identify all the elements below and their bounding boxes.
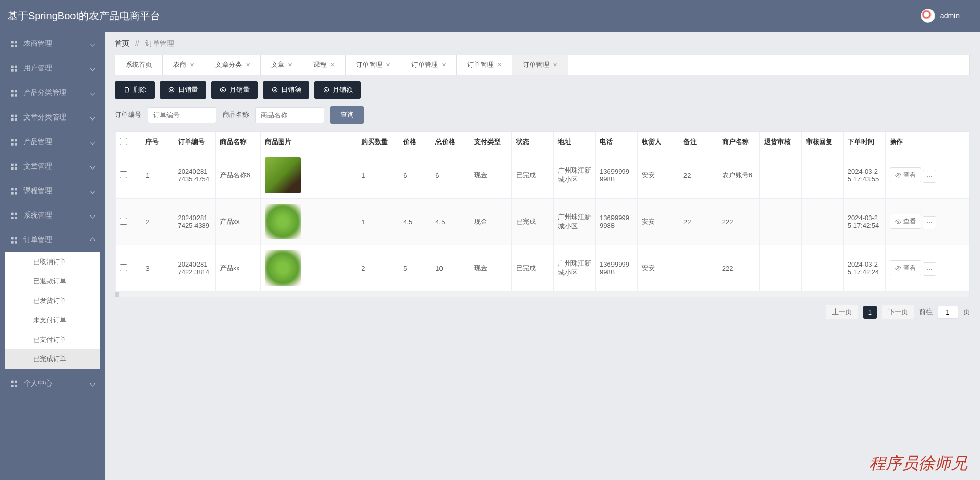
- cell-order-no: 202402817422 3814: [174, 245, 215, 292]
- submenu-item-3[interactable]: 未支付订单: [5, 310, 100, 330]
- tab-label: 订单管理: [356, 60, 382, 69]
- svg-point-50: [897, 267, 899, 269]
- cell-status: 已完成: [512, 199, 554, 245]
- col-header-note[interactable]: 备注: [679, 132, 718, 152]
- col-header-rep[interactable]: 审核回复: [801, 132, 843, 152]
- orders-table: 序号订单编号商品名称商品图片购买数量价格总价格支付类型状态地址电话收货人备注商户…: [115, 132, 969, 292]
- view-button[interactable]: 查看: [890, 167, 921, 182]
- current-page[interactable]: 1: [863, 306, 877, 319]
- more-button[interactable]: ⋯: [923, 170, 936, 183]
- row-checkbox[interactable]: [120, 218, 127, 225]
- sidebar-item-8[interactable]: 订单管理: [0, 228, 105, 252]
- col-header-tel[interactable]: 电话: [596, 132, 638, 152]
- row-checkbox[interactable]: [120, 171, 127, 178]
- col-header-stat[interactable]: 状态: [512, 132, 554, 152]
- tab-5[interactable]: 订单管理✕: [346, 55, 401, 75]
- horizontal-scrollbar[interactable]: [115, 292, 969, 297]
- more-button[interactable]: ⋯: [923, 216, 936, 229]
- sidebar-item-label: 课程管理: [23, 186, 52, 196]
- eye-icon: [895, 172, 901, 178]
- view-button[interactable]: 查看: [890, 214, 921, 229]
- breadcrumb-home[interactable]: 首页: [115, 39, 129, 47]
- select-all-checkbox[interactable]: [120, 138, 127, 145]
- prev-page-button[interactable]: 上一页: [826, 305, 858, 319]
- monthly-sales-button[interactable]: 月销量: [211, 81, 258, 99]
- close-icon[interactable]: ✕: [288, 62, 292, 68]
- chevron-down-icon: [90, 213, 95, 218]
- svg-rect-5: [15, 66, 17, 68]
- col-header-time[interactable]: 下单时间: [843, 132, 885, 152]
- col-header-total[interactable]: 总价格: [431, 132, 470, 152]
- svg-rect-31: [15, 217, 17, 219]
- order-no-input[interactable]: [148, 107, 216, 123]
- tab-3[interactable]: 文章✕: [261, 55, 303, 75]
- product-image: [265, 204, 301, 239]
- cell-phone: 136999999988: [596, 152, 638, 199]
- sidebar-item-9[interactable]: 个人中心: [0, 371, 105, 396]
- cell-ops: 查看 ⋯: [885, 199, 969, 245]
- sort-icon: [531, 138, 535, 147]
- col-header-qty[interactable]: 购买数量: [357, 132, 399, 152]
- close-icon[interactable]: ✕: [190, 62, 194, 68]
- sidebar-item-0[interactable]: 农商管理: [0, 32, 105, 56]
- sort-icon: [792, 138, 796, 147]
- submenu-item-0[interactable]: 已取消订单: [5, 252, 100, 272]
- cell-time: 2024-03-25 17:42:54: [843, 199, 885, 245]
- cell-price: 6: [399, 152, 431, 199]
- tab-7[interactable]: 订单管理✕: [457, 55, 512, 75]
- submenu-item-2[interactable]: 已发货订单: [5, 291, 100, 310]
- close-icon[interactable]: ✕: [246, 62, 250, 68]
- col-header-rec[interactable]: 收货人: [638, 132, 679, 152]
- submenu-item-1[interactable]: 已退款订单: [5, 272, 100, 291]
- col-header-img[interactable]: 商品图片: [260, 132, 357, 152]
- menu-icon: [10, 162, 18, 171]
- sidebar-item-6[interactable]: 课程管理: [0, 179, 105, 203]
- sidebar-item-4[interactable]: 产品管理: [0, 130, 105, 154]
- next-page-button[interactable]: 下一页: [882, 305, 914, 319]
- sidebar-item-5[interactable]: 文章管理: [0, 154, 105, 179]
- close-icon[interactable]: ✕: [497, 62, 502, 68]
- close-icon[interactable]: ✕: [442, 62, 446, 68]
- cell-time: 2024-03-25 17:42:24: [843, 245, 885, 292]
- col-header-pname[interactable]: 商品名称: [215, 132, 260, 152]
- col-header-pay[interactable]: 支付类型: [470, 132, 512, 152]
- user-menu[interactable]: admin: [921, 9, 960, 23]
- cell-address: 广州珠江新城小区: [554, 245, 596, 292]
- tab-2[interactable]: 文章分类✕: [205, 55, 261, 75]
- sidebar-item-label: 系统管理: [23, 211, 52, 220]
- col-header-merch[interactable]: 商户名称: [718, 132, 760, 152]
- close-icon[interactable]: ✕: [553, 62, 557, 68]
- monthly-revenue-button[interactable]: 月销额: [314, 81, 361, 99]
- tab-6[interactable]: 订单管理✕: [401, 55, 457, 75]
- daily-revenue-button[interactable]: 日销额: [263, 81, 309, 99]
- tab-0[interactable]: 系统首页: [115, 55, 163, 75]
- col-header-addr[interactable]: 地址: [554, 132, 596, 152]
- more-button[interactable]: ⋯: [923, 262, 936, 276]
- close-icon[interactable]: ✕: [330, 62, 335, 68]
- view-button[interactable]: 查看: [890, 260, 921, 275]
- sidebar-item-label: 文章管理: [23, 162, 52, 171]
- submenu-item-5[interactable]: 已完成订单: [5, 349, 100, 369]
- sidebar-item-1[interactable]: 用户管理: [0, 56, 105, 81]
- tab-8[interactable]: 订单管理✕: [512, 55, 568, 75]
- goto-input[interactable]: [938, 306, 958, 319]
- tab-1[interactable]: 农商✕: [163, 55, 205, 75]
- daily-sales-button[interactable]: 日销量: [160, 81, 206, 99]
- query-button[interactable]: 查询: [330, 106, 364, 124]
- cell-note: [679, 245, 718, 292]
- sidebar-item-3[interactable]: 文章分类管理: [0, 105, 105, 130]
- col-header-ord[interactable]: 订单编号: [174, 132, 215, 152]
- sidebar-item-2[interactable]: 产品分类管理: [0, 81, 105, 105]
- product-name-input[interactable]: [255, 107, 324, 123]
- col-header-price[interactable]: 价格: [399, 132, 431, 152]
- delete-button[interactable]: 删除: [115, 81, 155, 99]
- close-icon[interactable]: ✕: [386, 62, 390, 68]
- tab-4[interactable]: 课程✕: [303, 55, 346, 75]
- submenu-item-4[interactable]: 已支付订单: [5, 330, 100, 349]
- row-checkbox[interactable]: [120, 264, 127, 271]
- svg-rect-19: [15, 143, 17, 146]
- sidebar-item-7[interactable]: 系统管理: [0, 203, 105, 228]
- col-header-seq[interactable]: 序号: [141, 132, 174, 152]
- menu-icon: [10, 89, 18, 97]
- col-header-ret[interactable]: 退货审核: [760, 132, 801, 152]
